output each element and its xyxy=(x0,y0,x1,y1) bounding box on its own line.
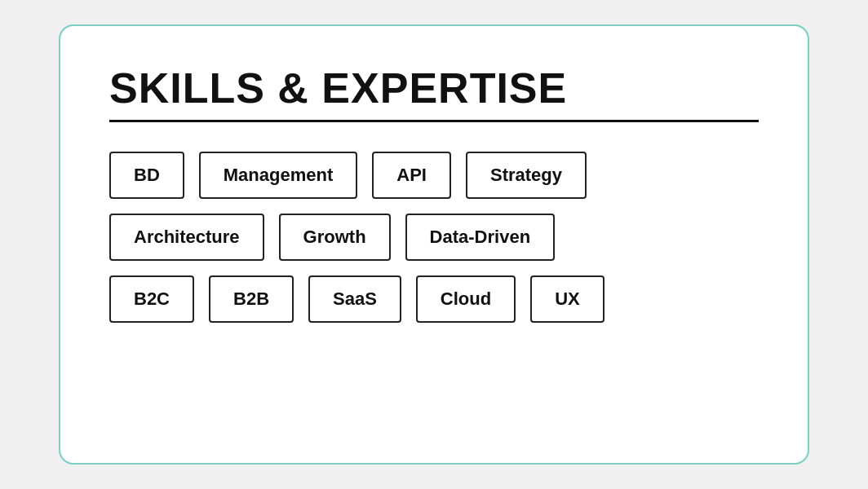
skill-tag: Cloud xyxy=(416,275,516,323)
tags-container: BDManagementAPIStrategyArchitectureGrowt… xyxy=(109,152,759,323)
skill-tag: Architecture xyxy=(109,214,264,261)
skill-tag: B2C xyxy=(109,275,194,323)
tags-row-1: BDManagementAPIStrategy xyxy=(109,152,759,199)
skill-tag: Management xyxy=(199,152,357,199)
skill-tag: B2B xyxy=(209,275,294,323)
skill-tag: UX xyxy=(530,275,604,323)
title-divider xyxy=(109,120,759,122)
skill-tag: SaaS xyxy=(308,275,401,323)
skill-tag: Strategy xyxy=(466,152,587,199)
skill-tag: BD xyxy=(109,152,184,199)
skill-tag: Growth xyxy=(279,214,391,261)
skills-card: SKILLS & EXPERTISE BDManagementAPIStrate… xyxy=(59,24,809,465)
page-title: SKILLS & EXPERTISE xyxy=(109,65,567,112)
skill-tag: API xyxy=(372,152,451,199)
skill-tag: Data-Driven xyxy=(405,214,555,261)
tags-row-2: ArchitectureGrowthData-Driven xyxy=(109,214,759,261)
tags-row-3: B2CB2BSaaSCloudUX xyxy=(109,275,759,323)
